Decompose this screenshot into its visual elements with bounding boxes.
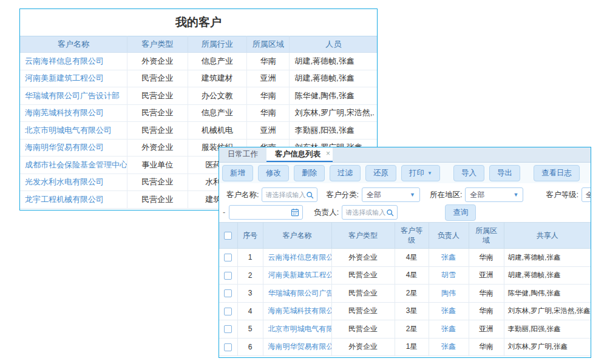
level-filter: 客户等级: 全部 ▼	[546, 187, 591, 202]
customer-name-link[interactable]: 云南海祥信息有限公司	[263, 249, 331, 267]
table-row: 河南美新建筑工程公司 民营企业 建筑建材 亚洲 胡建,蒋德帧,张鑫	[20, 70, 377, 87]
customer-name-link[interactable]: 龙宇工程机械有限公司	[20, 191, 127, 209]
delete-button[interactable]: 删除	[294, 165, 325, 181]
owner-filter: 负责人:	[314, 205, 398, 220]
shared-cell: 胡建,蒋德帧,张鑫	[504, 249, 591, 267]
customer-name-link[interactable]: 北京市明城电气有限公司	[20, 122, 127, 140]
customer-type-cell: 外资企业	[331, 338, 395, 356]
row-checkbox[interactable]	[224, 325, 232, 333]
view-log-button[interactable]: 查看日志	[534, 165, 580, 181]
customer-name-link[interactable]: 云南海祥信息有限公司	[20, 53, 127, 70]
level-cell: 4星	[395, 249, 429, 267]
shared-cell: 刘东林,罗广明,张鑫	[504, 338, 591, 356]
col-region: 所属区域	[469, 223, 504, 249]
row-checkbox[interactable]	[224, 343, 232, 351]
region-cell: 华南	[246, 87, 290, 105]
page-title: 我的客户	[20, 9, 377, 36]
level-label: 客户等级:	[546, 190, 578, 200]
customer-name-link[interactable]: 海南芜城科技有限公司	[263, 302, 331, 320]
checkbox-cell	[219, 249, 237, 267]
search-icon[interactable]	[306, 191, 314, 199]
print-button[interactable]: 打印 ▼	[401, 165, 440, 181]
shared-cell: 李勤丽,阳强,张鑫	[504, 320, 591, 339]
restore-button[interactable]: 还原	[365, 165, 396, 181]
owner-link[interactable]: 陶伟	[429, 285, 469, 303]
query-button[interactable]: 查询	[445, 204, 476, 221]
col-owner: 负责人	[429, 223, 469, 249]
level-cell: 3星	[395, 302, 429, 320]
region-cell: 亚洲	[246, 122, 290, 140]
tab-label: 客户信息列表	[275, 150, 320, 158]
owner-link[interactable]: 张鑫	[429, 249, 469, 267]
level-select[interactable]: 全部 ▼	[582, 187, 591, 202]
customer-name-input[interactable]	[262, 187, 317, 202]
customer-name-link[interactable]: 华瑞城有限公司广告设...	[263, 285, 331, 303]
owner-input[interactable]	[342, 205, 398, 220]
industry-cell: 信息产业	[188, 104, 246, 122]
owner-label: 负责人:	[314, 207, 339, 218]
row-checkbox[interactable]	[224, 289, 232, 297]
print-button-label: 打印	[409, 168, 424, 178]
table-row: 海南芜城科技有限公司 民营企业 信息产业 华南 刘东林,罗广明,宋浩然,.	[20, 104, 377, 122]
date-field[interactable]	[232, 209, 291, 216]
region-cell: 华南	[469, 302, 504, 320]
row-checkbox[interactable]	[224, 272, 232, 280]
customer-name-link[interactable]: 北京市明城电气有限公司	[263, 320, 331, 339]
owner-field[interactable]	[345, 209, 386, 216]
customer-name-link[interactable]: 海南芜城科技有限公司	[20, 104, 127, 122]
import-button[interactable]: 导入	[453, 165, 484, 181]
col-customer-name: 客户名称	[20, 36, 127, 53]
customer-name-link[interactable]: 海南明华贸易有限公司	[263, 338, 331, 356]
area-select[interactable]: 全部 ▼	[465, 187, 523, 202]
customer-list-window: 日常工作 客户信息列表 × 新增 修改 删除 过滤 还原 打印 ▼ 导入 导出 …	[219, 147, 591, 358]
close-icon[interactable]: ×	[326, 147, 330, 161]
checkbox-cell	[219, 266, 237, 285]
owner-link[interactable]: 张鑫	[429, 338, 469, 356]
col-customer-name: 客户名称	[263, 223, 331, 249]
customer-type-cell: 事业单位	[127, 157, 188, 174]
area-label: 所在地区:	[430, 190, 462, 200]
region-cell: 华南	[469, 338, 504, 356]
table-row: 北京市明城电气有限公司 民营企业 机械机电 亚洲 李勤丽,阳强,张鑫	[20, 122, 377, 140]
region-cell: 亚洲	[246, 70, 290, 87]
row-number-cell: 2	[237, 266, 263, 285]
row-number-cell: 6	[237, 338, 263, 356]
tab-customer-info-list[interactable]: 客户信息列表 ×	[266, 147, 333, 162]
export-button[interactable]: 导出	[489, 165, 520, 181]
customer-name-link[interactable]: 华瑞城有限公司广告设计部	[20, 87, 127, 105]
customer-name-field[interactable]	[265, 191, 306, 198]
owner-link[interactable]: 胡雪	[429, 266, 469, 285]
customer-name-link[interactable]: 海南明华贸易有限公司	[20, 139, 127, 157]
category-select[interactable]: 全部 ▼	[362, 187, 420, 202]
search-icon[interactable]	[386, 209, 394, 217]
owner-link[interactable]: 张鑫	[429, 320, 469, 339]
region-cell: 华南	[246, 104, 290, 122]
personnel-cell: 刘东林,罗广明,宋浩然,.	[290, 104, 377, 122]
personnel-cell: 李勤丽,阳强,张鑫	[290, 122, 377, 140]
customer-type-cell: 民营企业	[127, 104, 188, 122]
row-checkbox[interactable]	[224, 308, 232, 315]
date-input[interactable]	[229, 205, 303, 220]
select-all-checkbox[interactable]	[224, 232, 232, 240]
add-button[interactable]: 新增	[222, 165, 253, 181]
area-filter: 所在地区: 全部 ▼	[430, 187, 523, 202]
customer-name-link[interactable]: 河南美新建筑工程公司	[263, 266, 331, 285]
customer-type-cell: 外资企业	[331, 249, 395, 267]
table-row: 云南海祥信息有限公司 外资企业 信息产业 华南 胡建,蒋德帧,张鑫	[20, 53, 377, 70]
table-row: 4 海南芜城科技有限公司 民营企业 3星 张鑫 华南 刘东林,罗广明,宋浩然,张…	[219, 302, 591, 320]
customer-type-cell: 民营企业	[127, 70, 188, 87]
tab-daily-work[interactable]: 日常工作	[219, 147, 266, 162]
customer-name-link[interactable]: 河南美新建筑工程公司	[20, 70, 127, 87]
row-checkbox[interactable]	[224, 254, 232, 261]
level-cell: 1星	[395, 338, 429, 356]
calendar-icon[interactable]	[291, 208, 299, 217]
customer-name-link[interactable]: 光发水利水电有限公司	[20, 174, 127, 191]
dropdown-icon: ▼	[514, 192, 519, 198]
col-no: 序号	[237, 223, 263, 249]
region-cell: 华南	[469, 249, 504, 267]
customer-type-cell: 民营企业	[331, 285, 395, 303]
owner-link[interactable]: 张鑫	[429, 302, 469, 320]
edit-button[interactable]: 修改	[258, 165, 289, 181]
customer-name-link[interactable]: 成都市社会保险基金管理中心	[20, 157, 127, 174]
filter-button[interactable]: 过滤	[330, 165, 361, 181]
